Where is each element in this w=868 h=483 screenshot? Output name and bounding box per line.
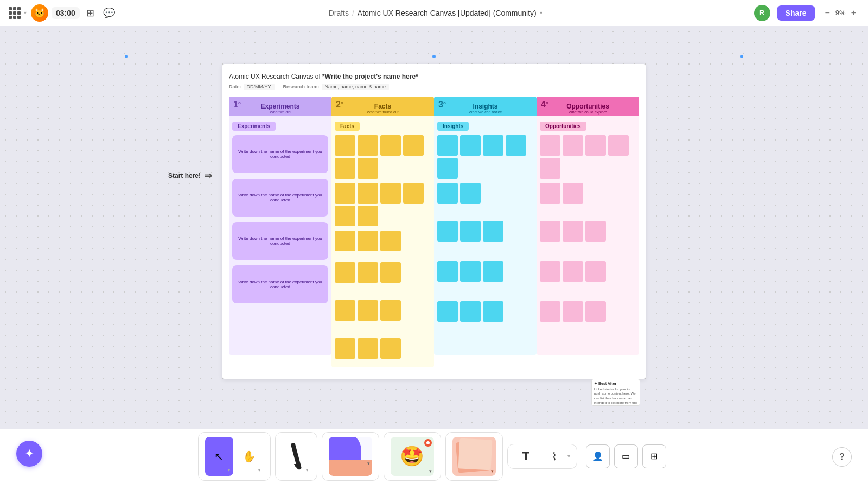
fact-sticky-5[interactable]	[335, 158, 355, 179]
fact-sticky-20[interactable]	[358, 300, 378, 321]
bottom-toolbar: ↖ ▾ ✋ ▾ ▾ ▾ 🤩	[0, 429, 868, 483]
fact-sticky-7[interactable]	[335, 183, 355, 204]
connector-button[interactable]: ⌇	[542, 444, 566, 468]
col-subtitle-insights: What we can notice	[469, 110, 502, 114]
insight-sticky-7[interactable]	[460, 183, 481, 204]
insight-sticky-16[interactable]	[483, 301, 503, 322]
doc-title-placeholder[interactable]: *Write the project's name here*	[322, 73, 418, 80]
fact-sticky-1[interactable]	[335, 135, 355, 156]
table-button[interactable]: ⊞	[642, 444, 666, 468]
help-button[interactable]: ?	[832, 447, 852, 467]
share-button[interactable]: Share	[777, 5, 815, 21]
opp-sticky-7[interactable]	[563, 183, 583, 204]
insight-sticky-14[interactable]	[437, 301, 458, 322]
fact-sticky-17[interactable]	[358, 262, 378, 283]
chat-icon[interactable]: 💬	[101, 5, 117, 21]
opp-sticky-12[interactable]	[563, 261, 583, 282]
opp-sticky-14[interactable]	[540, 301, 560, 322]
insight-sticky-15[interactable]	[460, 301, 481, 322]
exp-card-2[interactable]: Write down the name of the experiment yo…	[232, 179, 328, 217]
text-tool-button[interactable]: T	[514, 444, 538, 468]
exp-card-1[interactable]: Write down the name of the experiment yo…	[232, 135, 328, 173]
person-frame-button[interactable]: 👤	[586, 444, 610, 468]
label-experiments: Experiments	[232, 122, 276, 131]
opp-row-3	[540, 221, 636, 242]
rectangle-frame-button[interactable]: ▭	[614, 444, 638, 468]
canvas-area[interactable]: Start here! ⇒ Atomic UX Research Canvas …	[0, 26, 868, 429]
col-num-2: 2o	[336, 100, 343, 110]
fact-sticky-18[interactable]	[380, 262, 401, 283]
fact-sticky-21[interactable]	[380, 300, 401, 321]
hand-tool[interactable]: ✋ ▾	[235, 437, 264, 476]
insight-sticky-4[interactable]	[506, 135, 526, 156]
paper-tool[interactable]: ▾	[452, 437, 496, 476]
select-tool[interactable]: ↖ ▾	[205, 437, 233, 476]
fact-sticky-12[interactable]	[358, 206, 378, 226]
fact-sticky-14[interactable]	[358, 231, 378, 251]
zoom-in-button[interactable]: +	[848, 7, 859, 19]
fact-sticky-13[interactable]	[335, 231, 355, 251]
minimap-note: ✦ Best After Linked stories for your to …	[591, 379, 640, 406]
insight-sticky-8[interactable]	[437, 221, 458, 242]
title-chevron[interactable]: ▾	[540, 10, 542, 16]
opp-sticky-2[interactable]	[563, 135, 583, 156]
opp-sticky-5[interactable]	[540, 158, 560, 179]
person-icon: 👤	[592, 451, 603, 461]
shape-tool-section: ▾	[322, 432, 379, 481]
insight-sticky-9[interactable]	[460, 221, 481, 242]
zoom-out-button[interactable]: −	[822, 7, 833, 19]
opp-sticky-15[interactable]	[563, 301, 583, 322]
opp-sticky-10[interactable]	[585, 221, 606, 242]
text-tools-section: T ⌇ ▾	[507, 444, 577, 469]
layout-icon[interactable]: ⊞	[84, 5, 97, 21]
opp-sticky-9[interactable]	[563, 221, 583, 242]
pen-tool[interactable]: ▾	[282, 437, 310, 476]
insight-sticky-2[interactable]	[460, 135, 481, 156]
fact-sticky-4[interactable]	[403, 135, 424, 156]
insight-sticky-13[interactable]	[483, 261, 503, 282]
fact-sticky-23[interactable]	[358, 338, 378, 359]
insight-sticky-12[interactable]	[460, 261, 481, 282]
shape-tool[interactable]: ▾	[329, 437, 372, 476]
insight-sticky-1[interactable]	[437, 135, 458, 156]
opp-sticky-6[interactable]	[540, 183, 560, 204]
opp-sticky-16[interactable]	[585, 301, 606, 322]
fact-sticky-11[interactable]	[335, 206, 355, 226]
fact-sticky-2[interactable]	[358, 135, 378, 156]
fact-sticky-15[interactable]	[380, 231, 401, 251]
date-value[interactable]: DD/MM/YY	[244, 84, 275, 90]
connector-caret[interactable]: ▾	[567, 453, 570, 459]
doc-header: Atomic UX Research Canvas of *Write the …	[229, 73, 639, 90]
insight-sticky-3[interactable]	[483, 135, 503, 156]
opp-sticky-11[interactable]	[540, 261, 560, 282]
exp-card-4[interactable]: Write down the name of the experiment yo…	[232, 265, 328, 303]
start-here-arrow: ⇒	[204, 170, 212, 182]
fact-sticky-3[interactable]	[380, 135, 401, 156]
opp-sticky-4[interactable]	[608, 135, 629, 156]
opp-sticky-1[interactable]	[540, 135, 560, 156]
opp-sticky-8[interactable]	[540, 221, 560, 242]
breadcrumb-drafts[interactable]: Drafts	[329, 9, 349, 17]
fact-sticky-6[interactable]	[358, 158, 378, 179]
fact-sticky-8[interactable]	[358, 183, 378, 204]
opp-sticky-13[interactable]	[585, 261, 606, 282]
fact-sticky-19[interactable]	[335, 300, 355, 321]
insight-sticky-11[interactable]	[437, 261, 458, 282]
fact-sticky-9[interactable]	[380, 183, 401, 204]
insight-sticky-10[interactable]	[483, 221, 503, 242]
fact-sticky-16[interactable]	[335, 262, 355, 283]
col-title-opportunities: Opportunities	[566, 103, 609, 110]
insight-sticky-5[interactable]	[437, 158, 458, 179]
star-button[interactable]: ✦	[16, 441, 42, 467]
col-header-facts: 2o Facts What we found out	[331, 97, 434, 116]
col-title-experiments: Experiments	[260, 103, 299, 110]
fact-sticky-22[interactable]	[335, 338, 355, 359]
opp-sticky-3[interactable]	[585, 135, 606, 156]
sticker-tool[interactable]: 🤩 ▾	[391, 437, 434, 476]
insight-sticky-6[interactable]	[437, 183, 458, 204]
exp-card-3[interactable]: Write down the name of the experiment yo…	[232, 222, 328, 260]
fact-sticky-10[interactable]	[403, 183, 424, 204]
fact-sticky-24[interactable]	[380, 338, 401, 359]
app-menu[interactable]: ▾	[9, 7, 27, 19]
team-value[interactable]: Name, name, name & name	[322, 84, 390, 90]
